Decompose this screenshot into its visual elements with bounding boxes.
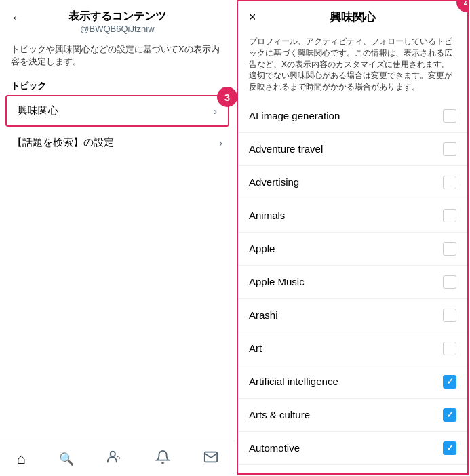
interests-wrapper: 興味関心 › 3 <box>0 95 235 127</box>
step-badge-3: 3 <box>217 87 237 107</box>
interest-item[interactable]: Animals <box>238 199 467 233</box>
search-setting-label: 【話題を検索】の設定 <box>12 136 114 149</box>
chevron-right-icon-2: › <box>219 138 222 148</box>
left-panel: ← 表示するコンテンツ @BWQB6QiJtzhiw トピックや興味関心などの設… <box>0 0 235 476</box>
interest-item[interactable]: Arashi <box>238 299 467 332</box>
interest-item[interactable]: Apple <box>238 233 467 266</box>
interest-checkbox[interactable] <box>443 176 456 189</box>
interest-label: Arts & culture <box>249 409 310 420</box>
right-border-box: 4 × 興味関心 プロフィール、アクティビティ、フォローしているトピックに基づく… <box>237 0 469 475</box>
interest-label: Advertising <box>249 176 299 188</box>
page-title: 表示するコンテンツ <box>68 9 166 24</box>
svg-point-0 <box>110 451 115 456</box>
interest-item[interactable]: Arts & culture <box>238 399 467 432</box>
interest-checkbox[interactable] <box>443 342 456 355</box>
interest-checkbox[interactable] <box>443 142 456 156</box>
interest-label: Automotive <box>249 442 300 454</box>
interest-label: Adventure travel <box>249 143 323 155</box>
close-button[interactable]: × <box>249 10 256 24</box>
right-description: プロフィール、アクティビティ、フォローしているトピックに基づく興味関心です。この… <box>238 33 467 100</box>
interest-label: Apple <box>249 243 275 254</box>
interest-item[interactable]: AI image generation <box>238 100 467 133</box>
interest-label: Arashi <box>249 309 278 321</box>
right-header: × 興味関心 <box>238 1 467 33</box>
right-title: 興味関心 <box>249 9 456 25</box>
interest-label: AI image generation <box>249 110 340 121</box>
interest-checkbox[interactable] <box>443 441 456 455</box>
interest-checkbox[interactable] <box>443 309 456 322</box>
interest-item[interactable]: Art <box>238 332 467 365</box>
interests-label: 興味関心 <box>18 104 58 117</box>
left-header: ← 表示するコンテンツ @BWQB6QiJtzhiw <box>0 0 235 38</box>
bottom-nav: ⌂ 🔍 <box>0 441 235 476</box>
nav-search-icon[interactable]: 🔍 <box>59 452 74 467</box>
interest-checkbox[interactable] <box>443 375 456 389</box>
interest-list: AI image generationAdventure travelAdver… <box>238 100 467 473</box>
interest-label: Apple Music <box>249 276 305 287</box>
chevron-right-icon: › <box>214 106 217 117</box>
interest-checkbox[interactable] <box>443 408 456 422</box>
nav-bell-icon[interactable] <box>155 450 170 469</box>
nav-people-icon[interactable] <box>107 450 122 469</box>
menu-item-interests[interactable]: 興味関心 › 3 <box>5 95 229 127</box>
right-panel: 4 × 興味関心 プロフィール、アクティビティ、フォローしているトピックに基づく… <box>235 0 470 476</box>
back-button[interactable]: ← <box>11 11 23 25</box>
section-topics: トピック <box>0 73 235 95</box>
left-description: トピックや興味関心などの設定に基づいてXの表示内容を決定します。 <box>0 38 235 73</box>
interest-checkbox[interactable] <box>443 109 456 123</box>
nav-home-icon[interactable]: ⌂ <box>16 450 25 468</box>
interest-item[interactable]: Automotive <box>238 432 467 465</box>
interest-item[interactable]: Advertising <box>238 166 467 199</box>
interest-label: Art <box>249 342 262 354</box>
account-handle: @BWQB6QiJtzhiw <box>80 24 154 34</box>
interest-item[interactable]: Adventure travel <box>238 133 467 166</box>
interest-label: Artificial intelligence <box>249 376 338 387</box>
interest-checkbox[interactable] <box>443 209 456 222</box>
menu-item-search[interactable]: 【話題を検索】の設定 › <box>0 127 235 159</box>
interest-label: Animals <box>249 210 285 221</box>
right-panel-inner: × 興味関心 プロフィール、アクティビティ、フォローしているトピックに基づく興味… <box>238 1 467 473</box>
nav-mail-icon[interactable] <box>203 450 218 469</box>
interest-item[interactable]: Apple Music <box>238 266 467 299</box>
interest-item[interactable]: Artificial intelligence <box>238 365 467 399</box>
interest-checkbox[interactable] <box>443 242 456 256</box>
interest-checkbox[interactable] <box>443 275 456 289</box>
